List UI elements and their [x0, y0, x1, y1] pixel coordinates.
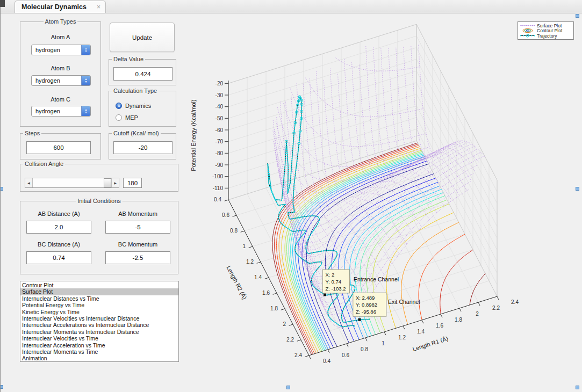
list-item[interactable]: Contour Plot: [20, 282, 178, 288]
bc-distance-input[interactable]: [26, 251, 91, 264]
ab-distance-input[interactable]: [26, 221, 91, 234]
atom-b-label: Atom B: [20, 65, 100, 71]
list-item[interactable]: Internuclear Acceleration vs Time: [20, 342, 178, 349]
svg-text:2.2: 2.2: [286, 337, 294, 343]
popup-arrows-icon: ▲▼: [81, 106, 90, 116]
selection-handle[interactable]: [286, 386, 290, 389]
collision-angle-title: Collision Angle: [23, 161, 65, 167]
radio-dynamics-circle[interactable]: [116, 103, 122, 109]
svg-text:-60: -60: [215, 127, 224, 133]
slider-track[interactable]: [33, 178, 111, 187]
y-axis-label: Length R2 (Å): [225, 265, 248, 300]
plot-legend[interactable]: Surface PlotContour PlotTrajectory: [518, 22, 574, 40]
radio-dynamics-label: Dynamics: [122, 103, 151, 109]
update-button-label: Update: [132, 34, 152, 41]
svg-text:0.8: 0.8: [230, 228, 238, 234]
svg-text:Y: 0.74: Y: 0.74: [326, 279, 342, 285]
svg-text:2.4: 2.4: [511, 299, 519, 305]
legend-label: Surface Plot: [537, 23, 562, 28]
selection-handle[interactable]: [576, 14, 579, 18]
window-corner-block: [0, 0, 5, 7]
svg-text:Y: 0.8982: Y: 0.8982: [356, 302, 377, 308]
steps-panel: Steps: [20, 133, 101, 159]
svg-text:2.2: 2.2: [492, 305, 500, 311]
svg-text:-90: -90: [215, 162, 224, 168]
collision-angle-input[interactable]: [123, 178, 142, 188]
radio-mep-circle[interactable]: [116, 114, 122, 121]
svg-text:X: 2.489: X: 2.489: [356, 295, 375, 301]
delta-value-title: Delta Value: [112, 56, 145, 62]
contour-line: [279, 147, 459, 353]
steps-input[interactable]: [26, 141, 91, 154]
svg-text:1.2: 1.2: [246, 259, 254, 265]
svg-text:0.4: 0.4: [323, 358, 330, 364]
calculation-type-panel: Calculation Type Dynamics MEP: [109, 91, 176, 127]
list-item[interactable]: Internuclear Distances vs Time: [20, 295, 178, 302]
collision-angle-slider[interactable]: ◀ ▶: [25, 178, 119, 188]
x-axis-label: Length R1 (Å): [412, 335, 449, 352]
svg-text:-20: -20: [215, 81, 224, 86]
svg-text:Z: -103.2: Z: -103.2: [326, 286, 346, 292]
radio-dynamics[interactable]: Dynamics: [116, 102, 151, 110]
bc-momentum-input[interactable]: [105, 251, 170, 264]
atom-c-label: Atom C: [20, 96, 100, 103]
plot-type-listbox[interactable]: Contour PlotSurface PlotInternuclear Dis…: [20, 281, 179, 362]
svg-text:-80: -80: [215, 150, 224, 156]
list-item[interactable]: Internuclear Momenta vs Time: [20, 349, 178, 355]
cutoff-input[interactable]: [113, 141, 173, 154]
slider-right-arrow-icon[interactable]: ▶: [111, 178, 119, 187]
delta-value-panel: Delta Value: [109, 59, 176, 85]
svg-text:2: 2: [283, 321, 286, 327]
svg-text:1.4: 1.4: [417, 329, 425, 335]
svg-text:1.8: 1.8: [455, 317, 462, 323]
list-item[interactable]: Animation: [20, 355, 178, 361]
contour-plot: [272, 143, 485, 354]
annotation-exit-channel[interactable]: Exit Channel: [388, 299, 420, 305]
steps-title: Steps: [23, 130, 41, 136]
z-axis-label: Potential Energy (Kcal/mol): [190, 99, 197, 171]
list-item[interactable]: Surface Plot: [20, 288, 178, 295]
slider-left-arrow-icon[interactable]: ◀: [25, 178, 33, 187]
svg-text:1.6: 1.6: [436, 323, 443, 329]
initial-conditions-panel: Initial Conditions AB Distance (A) AB Mo…: [20, 201, 178, 274]
atom-types-panel: Atom Types Atom A hydrogen ▲▼ Atom B hyd…: [20, 21, 101, 127]
popup-arrows-icon: ▲▼: [81, 76, 90, 85]
svg-text:-30: -30: [215, 92, 224, 98]
atom-a-popup[interactable]: hydrogen ▲▼: [31, 45, 91, 55]
tab-bar: Molecular Dynamics ×: [0, 0, 582, 13]
svg-text:1: 1: [382, 340, 385, 346]
svg-text:Z: -95.86: Z: -95.86: [356, 309, 376, 315]
ab-momentum-label: AB Momentum: [105, 210, 170, 217]
cutoff-title: Cutoff (Kcal/ mol): [112, 130, 161, 136]
calculation-type-title: Calculation Type: [112, 88, 159, 94]
atom-b-popup[interactable]: hydrogen ▲▼: [31, 75, 91, 86]
list-item[interactable]: Internuclear Velocities vs Time: [20, 335, 178, 342]
slider-thumb[interactable]: [104, 178, 111, 187]
bc-momentum-label: BC Momentum: [105, 241, 170, 248]
list-item[interactable]: Internuclear Momenta vs Internuclear Dis…: [20, 329, 178, 335]
svg-text:-40: -40: [215, 104, 224, 110]
svg-text:1.8: 1.8: [270, 306, 278, 311]
tab-close-icon[interactable]: ×: [97, 3, 105, 11]
selection-handle[interactable]: [576, 187, 579, 191]
list-item[interactable]: Internuclear Accelerations vs Internucle…: [20, 322, 178, 328]
delta-value-input[interactable]: [113, 67, 173, 81]
list-item[interactable]: Kinetic Energy vs Time: [20, 309, 178, 315]
popup-arrows-icon: ▲▼: [81, 45, 90, 55]
tab-title: Molecular Dynamics: [15, 3, 97, 11]
app-window: 0.40.60.811.21.41.61.822.22.40.40.60.811…: [0, 0, 582, 392]
radio-mep[interactable]: MEP: [116, 114, 138, 121]
svg-text:2: 2: [476, 311, 479, 317]
ab-momentum-input[interactable]: [105, 221, 170, 234]
svg-text:1: 1: [242, 243, 246, 249]
window-left-edge: [0, 0, 1, 392]
list-item[interactable]: Internuclear Velocities vs Internuclear …: [20, 315, 178, 322]
datatip-marker: [324, 293, 326, 296]
atom-c-popup[interactable]: hydrogen ▲▼: [31, 106, 91, 117]
update-button[interactable]: Update: [110, 23, 175, 52]
tab-molecular-dynamics[interactable]: Molecular Dynamics ×: [15, 1, 106, 13]
svg-text:0.8: 0.8: [361, 346, 368, 352]
annotation-entrance-channel[interactable]: Entrance Channel: [354, 276, 399, 282]
list-item[interactable]: Potential Energy vs Time: [20, 302, 178, 308]
selection-handle[interactable]: [576, 386, 579, 389]
